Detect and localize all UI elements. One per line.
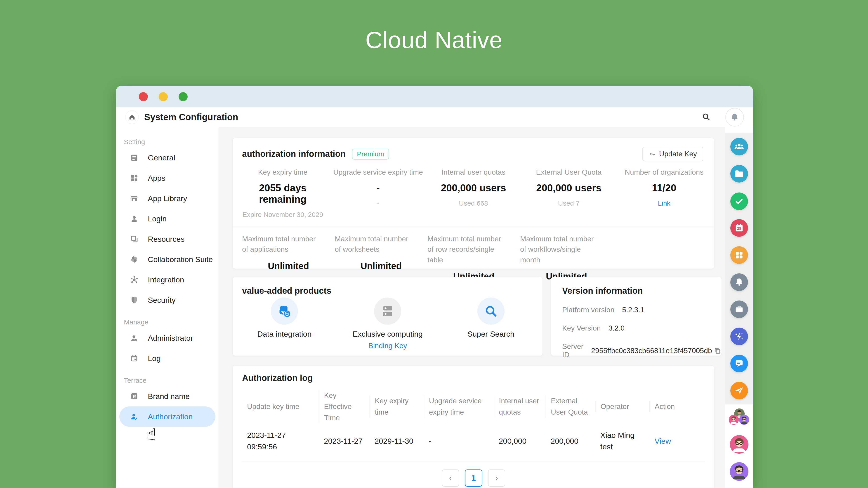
- column-header: Update key time: [242, 401, 319, 412]
- bell-icon[interactable]: [730, 273, 748, 291]
- column-header: Operator: [595, 401, 650, 412]
- person-check-icon: [130, 412, 139, 421]
- auth-limits-row: Maximum total number of applications Unl…: [233, 227, 714, 282]
- check-icon[interactable]: [730, 193, 748, 210]
- sidebar-item-administrator[interactable]: Administrator: [119, 328, 215, 348]
- shield-icon: [130, 295, 139, 304]
- sidebar-item-collaboration-suite[interactable]: Collaboration Suite: [119, 249, 215, 269]
- product-data-integration[interactable]: Data integration: [233, 297, 336, 350]
- copy-icon: [713, 347, 721, 355]
- briefcase-icon[interactable]: [730, 300, 748, 318]
- sidebar-item-general[interactable]: General: [119, 148, 215, 168]
- limit-row-records: Maximum total number of row records/sing…: [428, 234, 520, 282]
- user-avatar-purple[interactable]: [730, 462, 748, 481]
- stat-external-quota: External User Quota 200,000 users Used 7: [521, 168, 616, 219]
- document-icon: [130, 153, 139, 162]
- pagination-prev-button[interactable]: ‹: [442, 469, 459, 487]
- version-info-title: Version information: [562, 286, 721, 296]
- stat-internal-quota: Internal user quotas 200,000 users Used …: [426, 168, 521, 219]
- app-window: System Configuration Setting General App…: [116, 86, 753, 488]
- app-dock: 28: [725, 127, 753, 488]
- key-icon: [649, 150, 656, 158]
- sidebar-item-label: App Library: [148, 194, 187, 203]
- update-key-button[interactable]: Update Key: [643, 147, 703, 161]
- spark-icon[interactable]: [730, 328, 748, 345]
- user-avatar-pink[interactable]: [730, 435, 748, 454]
- sidebar-section-manage: Manage: [116, 318, 219, 328]
- stat-upgrade-expiry: Upgrade service expiry time - -: [331, 168, 426, 219]
- sidebar-item-resources[interactable]: Resources: [119, 229, 215, 249]
- send-icon[interactable]: [730, 382, 748, 399]
- minimize-window-button[interactable]: [159, 92, 168, 101]
- database-sync-icon: [271, 297, 298, 325]
- person-icon: [130, 214, 139, 223]
- column-header: Key expiry time: [370, 395, 424, 418]
- cell-operator: Xiao Ming test: [595, 429, 650, 453]
- sidebar-item-log[interactable]: Log: [119, 348, 215, 368]
- cell-key-expiry-time: 2029-11-30: [370, 435, 424, 447]
- auth-log-table: Update key time Key Effective Time Key e…: [242, 390, 705, 487]
- version-information-card: Version information Platform version 5.2…: [551, 277, 722, 356]
- limit-worksheets: Maximum total number of worksheets Unlim…: [335, 234, 428, 282]
- pagination-next-button[interactable]: ›: [488, 469, 505, 487]
- apps-grid-icon[interactable]: [730, 246, 748, 264]
- cell-internal-user-quotas: 200,000: [494, 435, 546, 447]
- sidebar-item-label: Authorization: [148, 412, 193, 421]
- bell-icon: [730, 112, 739, 122]
- chat-icon[interactable]: [730, 355, 748, 372]
- maximize-window-button[interactable]: [179, 92, 188, 101]
- column-header: Action: [649, 401, 705, 412]
- auth-log-title: Authorization log: [242, 373, 705, 383]
- sidebar-item-security[interactable]: Security: [119, 290, 215, 310]
- brand-letter-icon: R: [130, 392, 139, 401]
- sidebar-section-setting: Setting: [116, 138, 219, 148]
- calendar-icon: [130, 354, 139, 363]
- group-icon[interactable]: [730, 138, 748, 156]
- sidebar-item-authorization[interactable]: Authorization: [119, 406, 215, 427]
- close-window-button[interactable]: [139, 92, 148, 101]
- sidebar-item-app-library[interactable]: App Library: [119, 188, 215, 208]
- view-link[interactable]: View: [649, 435, 705, 447]
- search-icon[interactable]: [702, 112, 711, 123]
- team-avatars[interactable]: [729, 409, 749, 428]
- product-exclusive-computing[interactable]: Exclusive computing Binding Key: [336, 297, 439, 350]
- product-super-search[interactable]: Super Search: [439, 297, 542, 350]
- pinwheel-icon: [130, 255, 139, 264]
- sidebar-item-apps[interactable]: Apps: [119, 168, 215, 188]
- home-button[interactable]: [125, 110, 139, 124]
- sidebar-item-integration[interactable]: Integration: [119, 269, 215, 290]
- admin-icon: [130, 333, 139, 343]
- cell-update-key-time: 2023-11-27 09:59:56: [242, 429, 319, 453]
- column-header: Key Effective Time: [319, 390, 370, 424]
- binding-key-link[interactable]: Binding Key: [368, 341, 407, 350]
- auth-log-header-row: Update key time Key Effective Time Key e…: [242, 390, 705, 424]
- sidebar-item-brand-name[interactable]: R Brand name: [119, 386, 215, 406]
- apps-icon: [130, 173, 139, 183]
- column-header: External User Quota: [546, 395, 595, 418]
- calendar-28-icon[interactable]: 28: [730, 219, 748, 237]
- folder-icon[interactable]: [730, 165, 748, 183]
- stat-key-expiry: Key expiry time 2055 days remaining Expi…: [235, 168, 331, 219]
- page-heading: System Configuration: [144, 112, 238, 122]
- sidebar-item-login[interactable]: Login: [119, 208, 215, 229]
- organizations-link[interactable]: Link: [616, 199, 712, 207]
- sidebar-item-label: Resources: [148, 235, 185, 243]
- authorization-information-card: authorization information Premium Update…: [232, 138, 714, 269]
- copy-server-id-button[interactable]: [713, 347, 721, 355]
- authorization-log-card: Authorization log Update key time Key Ef…: [232, 365, 714, 488]
- sidebar-item-label: Log: [148, 354, 161, 363]
- window-content: Setting General Apps App Library Login R…: [116, 127, 753, 488]
- sidebar-section-terrace: Terrace: [116, 377, 219, 386]
- magnifier-icon: [477, 297, 504, 325]
- hub-icon: [130, 275, 139, 284]
- notifications-button[interactable]: [725, 108, 744, 127]
- key-version-row: Key Version 3.2.0: [562, 324, 721, 332]
- server-id-row: Server ID 2955ffbc0c383cb66811e13f457005…: [562, 342, 721, 359]
- table-row: 2023-11-27 09:59:56 2023-11-27 2029-11-3…: [242, 424, 705, 461]
- pagination-page-1-button[interactable]: 1: [465, 469, 482, 487]
- avatar: [739, 415, 749, 425]
- svg-text:28: 28: [737, 226, 741, 231]
- avatar: [729, 415, 739, 425]
- premium-badge: Premium: [352, 149, 389, 160]
- sidebar-item-label: Login: [148, 215, 166, 223]
